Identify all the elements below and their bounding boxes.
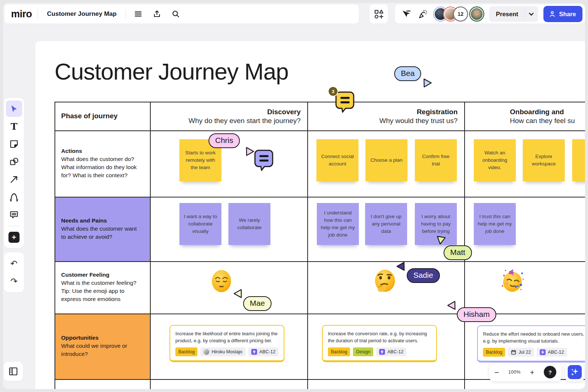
sticky-note[interactable]: Choose a plan	[365, 139, 407, 181]
creation-toolbar: T +	[4, 98, 24, 248]
jira-tag[interactable]: ABC-12	[537, 348, 567, 357]
card-text: Increase the likelihood of entire teams …	[175, 330, 279, 344]
row-label-feeling[interactable]: Customer Feeling What is the customer fe…	[55, 261, 150, 314]
row-label-actions[interactable]: Actions What does the customer do? What …	[55, 130, 150, 197]
plus-icon: +	[8, 232, 20, 243]
sticky-note[interactable]: Confirm free trial	[415, 139, 457, 181]
sticky-note[interactable]: I don't give up any personal data	[365, 203, 407, 245]
ai-assist-container	[565, 363, 584, 381]
status-tag[interactable]: Backlog	[328, 347, 350, 356]
collaborator-label: Bea	[394, 66, 421, 81]
search-button[interactable]	[169, 7, 182, 21]
assignee-tag[interactable]: Hiroku Mostajo	[200, 347, 245, 356]
shapes-tool[interactable]	[6, 154, 22, 170]
hide-cursors-button[interactable]	[399, 7, 413, 21]
undo-icon: ↶	[10, 259, 17, 268]
pen-tool[interactable]	[6, 189, 22, 205]
sticky-note[interactable]: Watch an onboarding video.	[474, 139, 516, 181]
opportunity-card[interactable]: Reduce the effort needed to onboard new …	[477, 325, 585, 363]
cursor-icon	[10, 104, 18, 113]
text-icon: T	[11, 122, 18, 131]
column-header-registration[interactable]: Registration Why would they trust us?	[307, 102, 464, 130]
design-tag[interactable]: Design	[353, 347, 373, 356]
zoom-out-button[interactable]: −	[494, 368, 499, 376]
zoom-level[interactable]: 100%	[508, 370, 521, 375]
collaboration-toolbar: 12 Present Share	[395, 4, 585, 24]
calendar-icon	[511, 350, 516, 355]
chevron-down-icon	[529, 13, 534, 16]
row-title: Actions	[61, 148, 143, 154]
more-tools-button[interactable]: +	[6, 229, 22, 245]
participants-count-badge[interactable]: 12	[454, 7, 467, 21]
hamburger-icon	[134, 10, 143, 18]
frames-panel-button[interactable]	[4, 362, 23, 381]
row-label-needs[interactable]: Needs and Pains What does the customer w…	[55, 197, 150, 261]
column-subtitle: Why do they even start the journey?	[189, 117, 301, 125]
card-text: Reduce the effort needed to onboard new …	[483, 330, 585, 344]
sticky-note[interactable]: I trust this can help me get my job done	[474, 203, 516, 245]
undo-button[interactable]: ↶	[6, 255, 22, 272]
column-header-onboarding[interactable]: Onboarding and How can they feel su	[464, 102, 585, 130]
sticky-note[interactable]	[572, 139, 585, 181]
status-tag[interactable]: Backlog	[175, 347, 197, 356]
column-header-discovery[interactable]: Discovery Why do they even start the jou…	[150, 102, 307, 130]
sticky-note[interactable]: We rarely collaborate	[228, 203, 270, 245]
column-title: Onboarding and	[510, 108, 564, 116]
collaborator-label: Hisham	[457, 307, 496, 322]
board-canvas[interactable]: Customer Journey Map Phase of journey Di…	[35, 41, 585, 389]
sticky-note-icon	[9, 139, 19, 149]
status-tag[interactable]: Backlog	[483, 348, 505, 357]
cursor-toggle-icon	[401, 9, 411, 19]
jira-tag[interactable]: ABC-12	[248, 347, 279, 356]
sticky-note[interactable]: I understand how this can help me get my…	[317, 203, 359, 245]
comment-icon	[9, 210, 19, 220]
reactions-button[interactable]	[416, 7, 430, 21]
export-button[interactable]	[150, 7, 164, 21]
present-button[interactable]: Present	[489, 6, 538, 22]
comment-tool[interactable]	[6, 207, 22, 223]
partying-emoji[interactable]	[499, 267, 526, 294]
redo-button[interactable]: ↷	[6, 273, 22, 289]
share-button[interactable]: Share	[543, 6, 583, 22]
due-date-tag[interactable]: Jul 22	[508, 348, 533, 357]
arrow-icon	[10, 175, 18, 184]
main-menu-button[interactable]	[132, 7, 145, 21]
participant-avatars[interactable]: 12	[434, 7, 483, 21]
sticky-note[interactable]: Connect social account	[316, 139, 358, 181]
sticky-note[interactable]: I want a way to collaborate visually	[179, 203, 221, 245]
corner-header[interactable]: Phase of journey	[61, 112, 118, 120]
help-button[interactable]: ?	[544, 366, 556, 378]
widgets-button[interactable]	[370, 4, 388, 24]
column-title: Discovery	[267, 108, 301, 116]
select-tool[interactable]	[6, 101, 22, 117]
lightning-icon	[379, 349, 385, 355]
divider	[38, 9, 38, 19]
shapes-icon	[9, 157, 19, 167]
opportunity-card[interactable]: Increase the conversion rate, e.g. by in…	[322, 325, 437, 362]
ai-assist-button[interactable]	[568, 365, 582, 379]
row-label-opportunities[interactable]: Opportunities What could we improve or i…	[55, 314, 150, 379]
zoom-in-button[interactable]: +	[530, 368, 534, 376]
board-heading[interactable]: Customer Journey Map	[55, 58, 288, 85]
lightning-icon	[540, 349, 546, 355]
card-text: Increase the conversion rate, e.g. by in…	[328, 330, 431, 344]
collaborator-cursor	[419, 75, 434, 91]
jira-tag[interactable]: ABC-12	[376, 347, 406, 356]
avatar[interactable]	[470, 7, 483, 21]
board-title[interactable]: Customer Journey Map	[43, 10, 120, 18]
present-dropdown[interactable]	[524, 6, 538, 22]
pensive-emoji[interactable]	[209, 269, 234, 293]
sticky-note-tool[interactable]	[6, 136, 22, 152]
comment-thread[interactable]: 3	[333, 91, 356, 113]
history-toolbar: ↶ ↷	[4, 252, 24, 292]
row-title: Opportunities	[61, 335, 143, 341]
connection-line-tool[interactable]	[6, 171, 22, 188]
row-desc: What could we improve or introduce?	[61, 342, 143, 358]
text-tool[interactable]: T	[6, 118, 22, 134]
present-label: Present	[489, 11, 524, 18]
sticky-note[interactable]: Explore workspace	[523, 139, 565, 181]
opportunity-card[interactable]: Increase the likelihood of entire teams …	[169, 325, 284, 362]
thinking-emoji[interactable]	[372, 268, 398, 294]
search-icon	[171, 10, 180, 18]
miro-logo[interactable]: miro	[11, 8, 32, 20]
